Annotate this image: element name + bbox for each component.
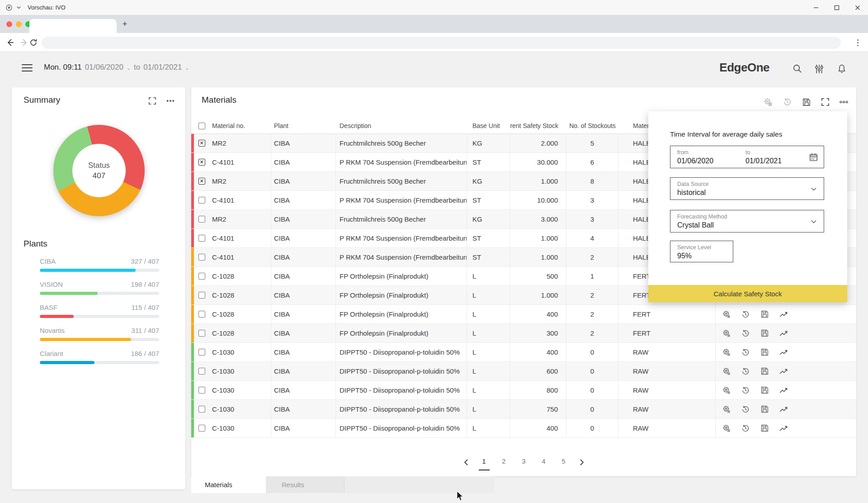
- row-save-icon[interactable]: [760, 310, 769, 319]
- row-history-icon[interactable]: [741, 310, 750, 319]
- row-checkbox[interactable]: [198, 197, 205, 204]
- column-header-material-no[interactable]: Material no.: [209, 118, 271, 133]
- row-trend-icon[interactable]: [779, 329, 788, 338]
- row-checkbox[interactable]: [198, 254, 205, 261]
- pagination-page-1[interactable]: 1: [480, 457, 488, 467]
- chevron-down-icon[interactable]: [810, 185, 817, 193]
- row-calculate-icon[interactable]: [722, 386, 731, 395]
- pagination-prev-icon[interactable]: [464, 459, 468, 465]
- row-calculate-icon[interactable]: [722, 329, 731, 338]
- data-source-select[interactable]: Data Source historical: [670, 177, 824, 200]
- row-history-icon[interactable]: [741, 329, 750, 338]
- row-history-icon[interactable]: [741, 424, 750, 433]
- fullscreen-icon[interactable]: [821, 98, 830, 106]
- column-header-base-unit[interactable]: Base Unit: [467, 118, 510, 133]
- row-calculate-icon[interactable]: [722, 367, 731, 376]
- traffic-minimize-button[interactable]: [16, 21, 22, 27]
- date-from-dropdown[interactable]: 01/06/2020: [85, 63, 123, 72]
- column-header-current-safety-stock[interactable]: Current Safety Stock: [510, 118, 566, 133]
- browser-tab[interactable]: [29, 19, 117, 33]
- filter-sliders-icon[interactable]: [814, 63, 825, 74]
- row-checkbox[interactable]: [198, 235, 205, 242]
- chevron-down-icon[interactable]: ⌄: [127, 65, 131, 71]
- row-save-icon[interactable]: [760, 329, 769, 338]
- select-all-checkbox[interactable]: [198, 123, 205, 129]
- row-checkbox[interactable]: ✕: [198, 159, 205, 166]
- row-trend-icon[interactable]: [779, 367, 788, 376]
- browser-menu-icon[interactable]: [853, 37, 862, 48]
- more-options-icon[interactable]: [840, 100, 848, 104]
- row-trend-icon[interactable]: [779, 405, 788, 414]
- row-checkbox[interactable]: [198, 292, 205, 299]
- calendar-icon[interactable]: [809, 152, 818, 162]
- pagination-page-5[interactable]: 5: [560, 457, 568, 467]
- row-checkbox[interactable]: [198, 368, 205, 375]
- row-checkbox[interactable]: ✕: [198, 178, 205, 185]
- column-header-no-of-stockouts[interactable]: No. of Stockouts: [566, 118, 618, 133]
- close-button[interactable]: [847, 0, 868, 15]
- row-trend-icon[interactable]: [779, 424, 788, 433]
- chevron-down-icon[interactable]: [810, 218, 817, 225]
- table-row[interactable]: C-1030 CIBA DIPPT50 - Diisopropanol-p-to…: [191, 343, 856, 362]
- maximize-button[interactable]: [826, 0, 847, 15]
- row-save-icon[interactable]: [760, 386, 769, 395]
- row-calculate-icon[interactable]: [722, 405, 731, 414]
- url-bar[interactable]: [42, 37, 841, 49]
- column-header-plant[interactable]: Plant: [271, 118, 336, 133]
- row-save-icon[interactable]: [760, 424, 769, 433]
- row-history-icon[interactable]: [741, 367, 750, 376]
- row-history-icon[interactable]: [741, 405, 750, 414]
- traffic-close-button[interactable]: [6, 21, 12, 27]
- row-checkbox[interactable]: [198, 387, 205, 394]
- reload-icon[interactable]: [28, 37, 39, 48]
- row-calculate-icon[interactable]: [722, 348, 731, 357]
- row-checkbox[interactable]: [198, 406, 205, 413]
- chevron-down-icon[interactable]: [16, 5, 21, 10]
- save-icon[interactable]: [802, 98, 811, 107]
- pagination-next-icon[interactable]: [580, 459, 584, 465]
- table-row[interactable]: C-1030 CIBA DIPPT50 - Diisopropanol-p-to…: [191, 419, 856, 438]
- table-row[interactable]: C-1028 CIBA FP Ortholepsin (Finalprodukt…: [191, 324, 856, 343]
- pagination-page-4[interactable]: 4: [540, 457, 548, 467]
- row-save-icon[interactable]: [760, 348, 769, 357]
- tab-materials[interactable]: Materials: [191, 476, 266, 493]
- to-value[interactable]: 01/01/2021: [745, 157, 782, 165]
- table-row[interactable]: C-1030 CIBA DIPPT50 - Diisopropanol-p-to…: [191, 362, 856, 381]
- row-calculate-icon[interactable]: [722, 424, 731, 433]
- table-row[interactable]: C-1028 CIBA FP Ortholepsin (Finalprodukt…: [191, 305, 856, 324]
- status-donut-chart[interactable]: Status 407: [53, 125, 145, 216]
- fullscreen-icon[interactable]: [148, 97, 156, 105]
- forecasting-method-select[interactable]: Forecasting Method Crystal Ball: [670, 210, 824, 233]
- row-checkbox[interactable]: [198, 425, 205, 432]
- more-options-icon[interactable]: [166, 100, 175, 102]
- service-level-field[interactable]: Service Level 95%: [670, 241, 733, 262]
- row-history-icon[interactable]: [741, 386, 750, 395]
- row-save-icon[interactable]: [760, 405, 769, 414]
- hamburger-menu-icon[interactable]: [22, 63, 33, 72]
- row-history-icon[interactable]: [741, 348, 750, 357]
- row-calculate-icon[interactable]: [722, 310, 731, 319]
- row-checkbox[interactable]: [198, 330, 205, 337]
- time-interval-field[interactable]: from 01/06/2020 to 01/01/2021: [670, 146, 824, 168]
- calculate-icon[interactable]: [763, 97, 773, 107]
- row-trend-icon[interactable]: [779, 386, 788, 395]
- tab-results[interactable]: Results: [266, 476, 344, 493]
- pagination-page-2[interactable]: 2: [500, 457, 508, 467]
- row-checkbox[interactable]: [198, 349, 205, 356]
- table-row[interactable]: C-1030 CIBA DIPPT50 - Diisopropanol-p-to…: [191, 400, 856, 419]
- history-icon[interactable]: [783, 97, 792, 107]
- minimize-button[interactable]: [806, 0, 826, 15]
- date-to-dropdown[interactable]: 01/01/2021: [143, 63, 182, 72]
- row-checkbox[interactable]: [198, 216, 205, 223]
- row-trend-icon[interactable]: [779, 348, 788, 357]
- row-checkbox[interactable]: ✕: [198, 140, 205, 147]
- table-row[interactable]: C-1030 CIBA DIPPT50 - Diisopropanol-p-to…: [191, 381, 856, 400]
- pagination-page-3[interactable]: 3: [520, 457, 528, 467]
- calculate-safety-stock-button[interactable]: Calculate Safety Stock: [648, 285, 847, 302]
- chevron-down-icon[interactable]: ⌄: [185, 65, 189, 71]
- row-checkbox[interactable]: [198, 273, 205, 280]
- from-value[interactable]: 01/06/2020: [677, 157, 713, 165]
- column-header-description[interactable]: Description: [336, 118, 467, 133]
- new-tab-button[interactable]: +: [119, 19, 130, 29]
- back-icon[interactable]: [5, 37, 15, 48]
